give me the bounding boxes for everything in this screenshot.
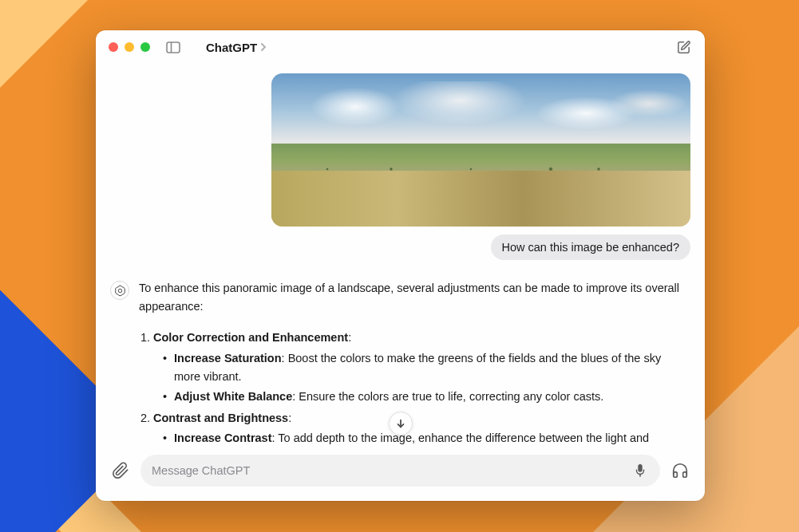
bullet-title: Increase Contrast <box>174 432 272 444</box>
svg-rect-4 <box>638 464 642 472</box>
chat-area: How can this image be enhanced? To enhan… <box>96 64 705 445</box>
bullet-title: Adjust White Balance <box>174 390 292 403</box>
chat-scroll[interactable]: How can this image be enhanced? To enhan… <box>110 73 690 445</box>
close-button[interactable] <box>109 42 118 52</box>
title-text: ChatGPT <box>206 41 257 54</box>
list-item-title: Contrast and Brightness <box>153 412 288 424</box>
user-message-block: How can this image be enhanced? <box>110 73 690 260</box>
sidebar-toggle-button[interactable] <box>164 40 182 54</box>
bullet-title: Increase Saturation <box>174 352 282 365</box>
window-title[interactable]: ChatGPT <box>206 41 267 54</box>
assistant-message-content: To enhance this panoramic image of a lan… <box>139 279 690 445</box>
headphones-button[interactable] <box>670 460 690 481</box>
bullet-item: Increase Contrast: To add depth to the i… <box>163 429 684 445</box>
maximize-button[interactable] <box>140 42 150 52</box>
traffic-lights <box>109 42 150 52</box>
input-bar <box>96 445 705 501</box>
list-item: Color Correction and Enhancement: Increa… <box>153 329 684 406</box>
list-item: Contrast and Brightness: Increase Contra… <box>153 409 684 445</box>
compose-button[interactable] <box>674 38 692 56</box>
bullet-text: : Ensure the colors are true to life, co… <box>292 390 603 403</box>
voice-input-button[interactable] <box>631 462 649 479</box>
assistant-intro-text: To enhance this panoramic image of a lan… <box>139 279 684 316</box>
user-message-bubble: How can this image be enhanced? <box>491 234 690 260</box>
user-attached-image[interactable] <box>271 73 690 227</box>
bullet-item: Increase Saturation: Boost the colors to… <box>163 349 684 386</box>
message-input[interactable] <box>152 464 631 477</box>
message-input-container <box>140 455 660 487</box>
scroll-to-bottom-button[interactable] <box>389 412 413 435</box>
app-window: ChatGPT How can this image be <box>96 30 705 501</box>
user-message-text: How can this image be enhanced? <box>502 241 679 254</box>
attach-button[interactable] <box>110 460 131 481</box>
bullet-item: Adjust White Balance: Ensure the colors … <box>163 388 684 406</box>
chevron-right-icon <box>260 41 267 54</box>
svg-point-2 <box>118 289 121 292</box>
titlebar: ChatGPT <box>96 30 705 64</box>
list-item-title: Color Correction and Enhancement <box>153 331 348 344</box>
svg-rect-0 <box>167 42 180 53</box>
assistant-avatar-icon <box>110 281 129 300</box>
bullet-text: : To add depth to the image, enhance the… <box>272 432 650 444</box>
minimize-button[interactable] <box>125 42 134 52</box>
